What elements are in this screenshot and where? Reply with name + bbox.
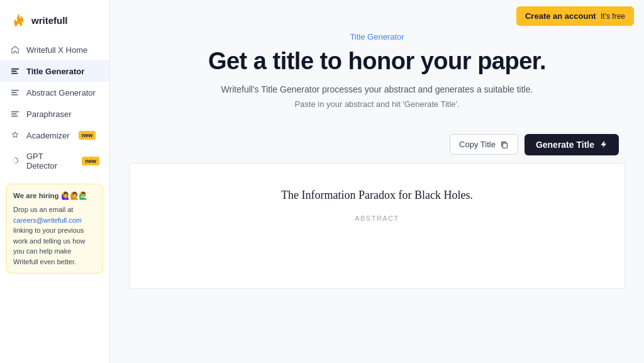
- hero-subtitle: Writefull's Title Generator processes yo…: [123, 84, 631, 94]
- paper-title: The Information Paradox for Black Holes.: [281, 189, 473, 202]
- sidebar-item-abstract-generator[interactable]: Abstract Generator: [0, 82, 109, 103]
- sidebar-item-paraphraser-label: Paraphraser: [26, 109, 72, 119]
- paper-area[interactable]: The Information Paradox for Black Holes.…: [129, 163, 625, 289]
- copy-icon: [500, 140, 509, 149]
- gpt-detector-icon: [10, 156, 20, 166]
- academizer-badge: new: [79, 131, 96, 140]
- svg-rect-1: [11, 70, 17, 72]
- svg-rect-2: [11, 73, 18, 74]
- sidebar-item-title-generator-label: Title Generator: [26, 67, 84, 76]
- main-content: Create an account It's free Title Genera…: [110, 0, 644, 363]
- sidebar: writefull Writefull X Home Title Generat…: [0, 0, 110, 363]
- hiring-title: We are hiring 🙋‍♀️🙋🙋‍♂️: [13, 191, 96, 201]
- sidebar-item-abstract-generator-label: Abstract Generator: [26, 88, 96, 98]
- topbar: Create an account It's free: [110, 0, 644, 32]
- logo: writefull: [0, 8, 109, 39]
- action-bar: Copy Title Generate Title: [110, 134, 644, 163]
- writefull-logo-icon: [10, 11, 28, 29]
- hiring-body: Drop us an email at: [13, 206, 73, 213]
- paper-abstract-label: ABSTRACT: [355, 215, 399, 222]
- sidebar-item-title-generator[interactable]: Title Generator: [0, 60, 109, 82]
- create-account-button[interactable]: Create an account It's free: [516, 6, 634, 26]
- hiring-suffix: linking to your previous work and tellin…: [13, 226, 85, 265]
- sidebar-item-gpt-detector[interactable]: GPT Detector new: [0, 146, 109, 176]
- copy-title-label: Copy Title: [459, 140, 496, 149]
- generate-title-label: Generate Title: [536, 140, 594, 150]
- svg-rect-0: [11, 69, 19, 70]
- sidebar-item-paraphraser[interactable]: Paraphraser: [0, 103, 109, 125]
- sidebar-item-home-label: Writefull X Home: [26, 45, 87, 55]
- svg-rect-3: [11, 90, 19, 91]
- copy-title-button[interactable]: Copy Title: [450, 134, 518, 155]
- svg-rect-9: [502, 143, 507, 148]
- hero-label: Title Generator: [123, 32, 631, 42]
- paraphraser-icon: [10, 109, 20, 119]
- svg-rect-4: [11, 92, 17, 93]
- svg-rect-8: [11, 116, 18, 117]
- generate-title-button[interactable]: Generate Title: [525, 134, 619, 155]
- logo-text: writefull: [31, 15, 68, 26]
- hiring-box: We are hiring 🙋‍♀️🙋🙋‍♂️ Drop us an email…: [6, 184, 103, 274]
- sidebar-item-home[interactable]: Writefull X Home: [0, 39, 109, 60]
- lightning-icon: [599, 140, 608, 149]
- gpt-detector-badge: new: [82, 157, 99, 165]
- free-label: It's free: [599, 12, 625, 21]
- svg-rect-7: [11, 113, 17, 114]
- hero-hint: Paste in your abstract and hit 'Generate…: [123, 99, 631, 109]
- title-generator-icon: [10, 66, 20, 76]
- svg-rect-6: [11, 111, 19, 113]
- sidebar-item-gpt-detector-label: GPT Detector: [26, 152, 73, 170]
- hero-section: Title Generator Get a title to honor you…: [110, 32, 644, 134]
- sidebar-item-academizer[interactable]: Academizer new: [0, 125, 109, 146]
- academizer-icon: [10, 130, 20, 140]
- abstract-generator-icon: [10, 87, 20, 98]
- svg-rect-5: [11, 94, 18, 96]
- create-account-label: Create an account: [525, 11, 596, 21]
- home-icon: [10, 45, 20, 55]
- hero-title: Get a title to honor your paper.: [123, 48, 631, 75]
- sidebar-item-academizer-label: Academizer: [26, 131, 70, 140]
- hiring-email[interactable]: careers@writefull.com: [13, 216, 82, 224]
